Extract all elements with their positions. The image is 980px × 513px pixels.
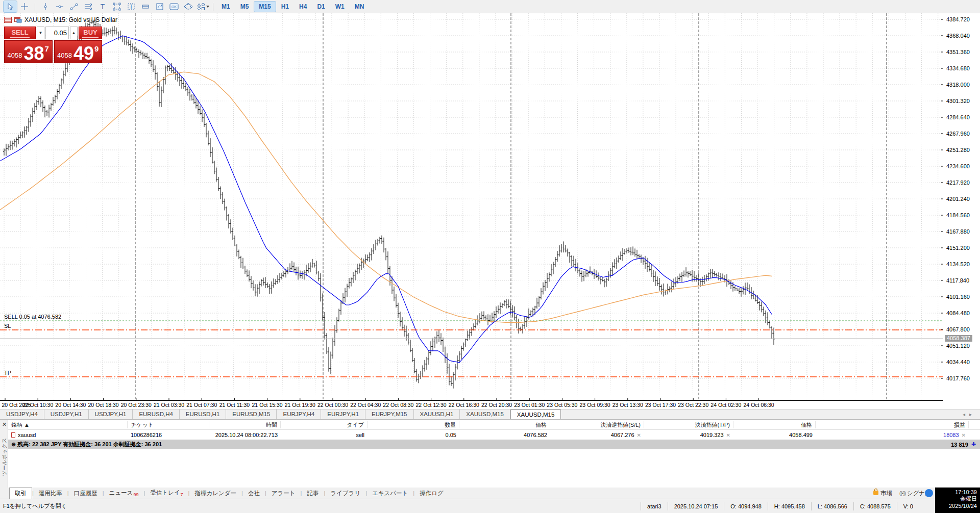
time-tick: 20 Oct 10:30 (22, 402, 53, 408)
sell-button[interactable]: SELL (4, 27, 36, 39)
svg-text:T: T (130, 4, 133, 10)
market-bag-icon (873, 491, 878, 495)
status-cell: atari3 (641, 502, 668, 510)
expand-icon[interactable]: ⊕ (11, 441, 17, 447)
toolbox-tab-11[interactable]: 操作ログ (414, 488, 449, 499)
column-header[interactable]: 決済逆指値(S/L) (550, 421, 644, 428)
chart-tab-bar: USDJPY,H4USDJPY,H1USDJPY,H1EURUSD,H4EURU… (0, 409, 980, 419)
column-header[interactable]: 価格 (459, 421, 550, 428)
timeframe-d1[interactable]: D1 (312, 2, 329, 12)
row-cell: 2025.10.24 08:00:22.713 (209, 432, 281, 438)
column-header[interactable]: 価格 (733, 421, 816, 428)
chart-tab-eurjpy-m15[interactable]: EURJPY,M15 (365, 409, 413, 419)
price-tick: 4101.160 (946, 294, 979, 300)
toolbox-tab-9[interactable]: ライブラリ (325, 488, 365, 499)
price-tick: 4234.600 (946, 163, 979, 169)
volume-decrease-button[interactable]: ▼ (37, 27, 44, 39)
row-cell: 4067.276✕ (550, 432, 644, 438)
price-tick: 4284.640 (946, 114, 979, 120)
trade-table-row[interactable]: xauusd10062862162025.10.24 08:00:22.713s… (8, 430, 980, 440)
buy-price-display[interactable]: 4058499 (54, 40, 103, 63)
chart-tab-xauusd-m15[interactable]: XAUUSD,M15 (460, 409, 510, 419)
depth-of-market-icon[interactable] (4, 17, 12, 23)
chart-tab-usdjpy-h4[interactable]: USDJPY,H4 (0, 409, 44, 419)
time-tick: 22 Oct 20:30 (481, 402, 512, 408)
clock-date: 2025/10/24 (935, 503, 977, 509)
column-header[interactable]: チケット (128, 421, 209, 428)
timeframe-mn[interactable]: MN (350, 2, 369, 12)
chart-tab-usdjpy-h1[interactable]: USDJPY,H1 (89, 409, 133, 419)
timeframe-m5[interactable]: M5 (236, 2, 254, 12)
row-cell: 1006286216 (128, 432, 209, 438)
toolbox-tab-7[interactable]: アラート (266, 488, 301, 499)
ok-tool[interactable]: OK (167, 1, 181, 12)
clock-weekday: 金曜日 (935, 495, 977, 503)
horizontal-line-tool[interactable] (53, 1, 66, 12)
volume-input[interactable] (45, 27, 69, 39)
timeframe-w1[interactable]: W1 (331, 2, 349, 12)
signal-icon: ((•)) (899, 491, 905, 496)
timeframe-h4[interactable]: H4 (295, 2, 311, 12)
toolbox-close-button[interactable]: ✕ (1, 421, 8, 428)
price-tick: 4351.360 (946, 49, 979, 55)
price-tick: 4017.760 (946, 375, 979, 381)
crosshair-tool[interactable] (18, 1, 31, 12)
text-label-tool[interactable]: T (125, 1, 138, 12)
chart-tab-eurusd-h1[interactable]: EURUSD,H1 (180, 409, 226, 419)
toolbox-tab-2[interactable]: 口座履歴 (69, 488, 103, 499)
market-button[interactable]: 市場 (873, 490, 892, 497)
chart-tab-eurusd-m15[interactable]: EURUSD,M15 (226, 409, 277, 419)
timeframe-m1[interactable]: M1 (217, 2, 235, 12)
cursor-tool[interactable] (4, 1, 17, 12)
trendline-tool[interactable] (67, 1, 81, 12)
chart-tab-eurusd-h4[interactable]: EURUSD,H4 (133, 409, 179, 419)
toolbox-tab-4[interactable]: 受信トレイ7 (145, 488, 188, 499)
column-header[interactable]: 損益 (816, 421, 969, 428)
column-header[interactable]: 銘柄 ▲ (8, 421, 128, 428)
toolbox-tab-3[interactable]: ニュース99 (104, 488, 144, 499)
toolbox-tab-5[interactable]: 指標カレンダー (189, 488, 241, 499)
chart-window-icon[interactable] (14, 17, 22, 23)
remove-sltp-button[interactable]: ✕ (637, 432, 641, 438)
row-cell: 0.05 (368, 432, 459, 438)
column-header[interactable]: 決済指値(T/P) (644, 421, 733, 428)
chart-tab-usdjpy-h1[interactable]: USDJPY,H1 (44, 409, 89, 419)
price-tick: 4217.920 (946, 179, 979, 186)
timeframe-h1[interactable]: H1 (277, 2, 293, 12)
toolbox-tab-0[interactable]: 取引 (9, 488, 32, 499)
text-tool[interactable]: T (96, 1, 109, 12)
chart-canvas[interactable] (0, 13, 943, 401)
volume-increase-button[interactable]: ▲ (70, 27, 78, 39)
chart-window[interactable]: 4384.7204368.0404351.3604334.6804318.000… (0, 13, 980, 409)
toolbox-vertical-tab[interactable]: ツールボックス (0, 420, 8, 488)
ellipse-tool[interactable] (182, 1, 195, 12)
chart-tab-eurjpy-h4[interactable]: EURJPY,H4 (277, 409, 321, 419)
chart-tab-xauusd-h1[interactable]: XAUUSD,H1 (414, 409, 460, 419)
chart-tab-xauusd-m15[interactable]: XAUUSD,M15 (510, 409, 561, 419)
row-cell: 4076.582 (459, 432, 550, 438)
rectangle-tool[interactable] (110, 1, 124, 12)
new-order-button[interactable]: ✚ (971, 441, 976, 448)
toolbox-tab-6[interactable]: 会社 (243, 488, 265, 499)
toolbox-tab-10[interactable]: エキスパート (367, 488, 413, 499)
close-position-button[interactable]: ✕ (962, 432, 966, 438)
fibo-tool[interactable] (139, 1, 152, 12)
indicators-tool[interactable] (153, 1, 166, 12)
chart-tab-eurjpy-h1[interactable]: EURJPY,H1 (321, 409, 365, 419)
column-header[interactable]: 時間 (209, 421, 281, 428)
toolbox-tab-1[interactable]: 運用比率 (34, 488, 67, 499)
timeframe-m15[interactable]: M15 (254, 2, 275, 12)
community-icon[interactable] (925, 489, 933, 497)
vertical-line-tool[interactable] (39, 1, 52, 12)
buy-button[interactable]: BUY (79, 27, 102, 39)
take-profit-line-label: TP (3, 370, 12, 376)
time-tick: 22 Oct 08:30 (383, 402, 413, 408)
remove-sltp-button[interactable]: ✕ (726, 432, 730, 438)
toolbox-tab-8[interactable]: 記事 (302, 488, 324, 499)
column-header[interactable]: タイプ (281, 421, 368, 428)
shapes-dropdown-tool[interactable] (196, 1, 209, 12)
column-header[interactable]: 数量 (368, 421, 459, 428)
equidistant-channel-tool[interactable] (82, 1, 95, 12)
sell-price-display[interactable]: 4058387 (4, 40, 53, 63)
tab-scroll-arrows[interactable]: ◂▸ (963, 412, 976, 417)
